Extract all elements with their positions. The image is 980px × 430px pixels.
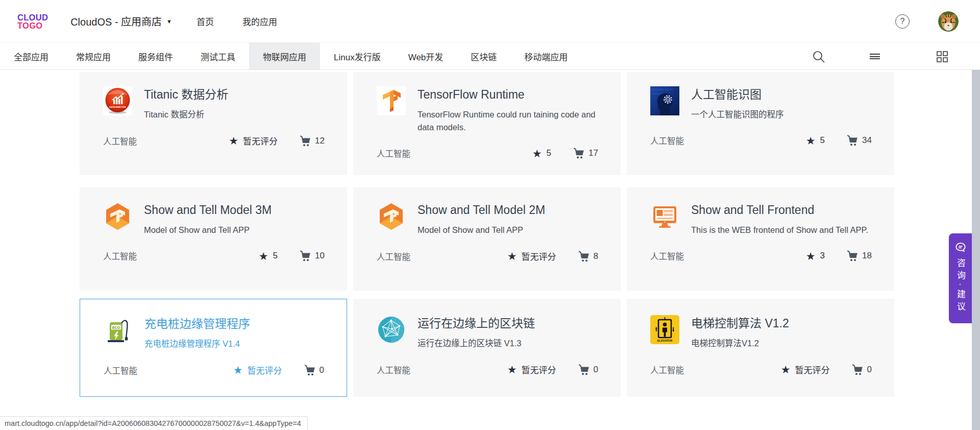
cart-icon xyxy=(299,135,311,147)
card-text: 运行在边缘上的区块链 运行在边缘上的区块链 V1.3 xyxy=(418,315,535,350)
elevator-icon: ELEVATOR xyxy=(650,315,679,344)
app-cart: 0 xyxy=(304,365,324,376)
card-main: 1 0 1 1 0 1 00 1 0 0 1 1 00 1 1 0 1 人工智能… xyxy=(650,86,872,121)
search-icon[interactable] xyxy=(808,43,829,70)
card-text: Titanic 数据分析 Titanic 数据分析 xyxy=(144,86,228,121)
card-main: ELEVATOR 电梯控制算法 V1.2 电梯控制算法V1.2 xyxy=(650,315,872,350)
app-title: TensorFlow Runtime xyxy=(418,87,598,102)
tensorflow-icon xyxy=(377,86,406,115)
app-category: 人工智能 xyxy=(104,364,233,376)
tab-mobile-apps[interactable]: 移动端应用 xyxy=(510,43,581,69)
card-text: Show and Tell Model 3M Model of Show and… xyxy=(144,202,272,236)
app-title: 人工智能识图 xyxy=(691,87,784,102)
app-title: Show and Tell Model 3M xyxy=(144,202,272,218)
app-card-edge-blockchain[interactable]: 运行在边缘上的区块链 运行在边缘上的区块链 V1.3 人工智能 ★暂无评分 0 xyxy=(353,299,621,397)
rating-value: 暂无评分 xyxy=(248,364,282,376)
scrollbar-thumb[interactable] xyxy=(972,70,980,430)
tab-web-dev[interactable]: Web开发 xyxy=(395,43,457,69)
app-rating: ★暂无评分 xyxy=(229,134,278,147)
tab-regular-apps[interactable]: 常规应用 xyxy=(62,43,125,69)
star-icon: ★ xyxy=(507,364,517,375)
app-title: Show and Tell Model 2M xyxy=(418,202,545,218)
card-row-1: DATA ANALYSIS Titanic 数据分析 Titanic 数据分析 … xyxy=(80,72,894,175)
app-category: 人工智能 xyxy=(103,135,229,147)
tab-service-components[interactable]: 服务组件 xyxy=(125,43,187,69)
svg-text:ELEVATOR: ELEVATOR xyxy=(657,339,673,342)
star-icon: ★ xyxy=(806,251,816,261)
app-card-ev-charger-manager[interactable]: ECO 充电桩边缘管理程序 充电桩边缘管理程序 V1.4 人工智能 ★暂无评分 xyxy=(80,299,347,397)
svg-text:ECO: ECO xyxy=(112,326,120,329)
chat-bubble-icon xyxy=(954,242,967,254)
card-text: 充电桩边缘管理程序 充电桩边缘管理程序 V1.4 xyxy=(144,316,250,350)
app-store-page: CLOUD TOGO CloudOS - 应用商店 ▼ 首页 我的应用 ? xyxy=(0,0,980,430)
cart-count: 17 xyxy=(589,148,598,158)
app-card-titanic[interactable]: DATA ANALYSIS Titanic 数据分析 Titanic 数据分析 … xyxy=(80,72,347,175)
app-rating: ★暂无评分 xyxy=(781,363,830,376)
cart-count: 18 xyxy=(862,251,872,261)
app-card-show-and-tell-model-3m[interactable]: Show and Tell Model 3M Model of Show and… xyxy=(80,187,347,291)
tab-all-apps[interactable]: 全部应用 xyxy=(0,43,62,69)
tensorflow-hexagon-icon xyxy=(377,202,406,231)
rating-value: 暂无评分 xyxy=(522,363,556,376)
ai-head-icon: 1 0 1 1 0 1 00 1 0 0 1 1 00 1 1 0 1 xyxy=(650,86,679,115)
nav-home[interactable]: 首页 xyxy=(197,15,214,28)
app-card-tensorflow-runtime[interactable]: TensorFlow Runtime TensorFlow Runtime co… xyxy=(353,72,621,175)
app-rating: ★5 xyxy=(532,148,551,159)
star-icon: ★ xyxy=(507,251,517,261)
cart-icon xyxy=(846,250,859,261)
category-tab-bar: 全部应用 常规应用 服务组件 测试工具 物联网应用 Linux发行版 Web开发… xyxy=(0,43,980,70)
app-card-show-and-tell-model-2m[interactable]: Show and Tell Model 2M Model of Show and… xyxy=(353,187,621,291)
cloudtogo-logo[interactable]: CLOUD TOGO xyxy=(17,13,48,30)
user-avatar[interactable] xyxy=(938,11,959,32)
rating-value: 5 xyxy=(273,251,278,261)
card-main: DATA ANALYSIS Titanic 数据分析 Titanic 数据分析 xyxy=(103,86,325,121)
app-rating: ★暂无评分 xyxy=(507,250,556,262)
top-nav: 首页 我的应用 xyxy=(172,15,277,28)
app-category: 人工智能 xyxy=(650,364,781,376)
card-main: Show and Tell Model 2M Model of Show and… xyxy=(377,202,598,236)
tab-test-tools[interactable]: 测试工具 xyxy=(187,43,249,69)
tab-blockchain[interactable]: 区块链 xyxy=(457,43,510,69)
vertical-scrollbar[interactable] xyxy=(972,70,980,430)
card-row-2: Show and Tell Model 3M Model of Show and… xyxy=(80,187,894,291)
app-description: Model of Show and Tell APP xyxy=(418,224,545,236)
card-footer: 人工智能 ★暂无评分 8 xyxy=(377,250,598,262)
app-cart: 8 xyxy=(578,251,598,262)
nav-my-apps[interactable]: 我的应用 xyxy=(242,15,277,28)
cart-icon xyxy=(573,148,585,159)
data-analysis-icon: DATA ANALYSIS xyxy=(103,86,132,115)
help-icon[interactable]: ? xyxy=(895,14,910,29)
monitor-icon xyxy=(650,202,679,231)
tab-iot-apps[interactable]: 物联网应用 xyxy=(249,43,320,69)
cart-count: 0 xyxy=(867,365,872,375)
ev-charger-icon: ECO xyxy=(104,316,133,345)
cart-count: 8 xyxy=(594,251,598,261)
app-card-show-and-tell-frontend[interactable]: Show and Tell Frontend This is the WEB f… xyxy=(627,187,894,291)
app-card-elevator-control[interactable]: ELEVATOR 电梯控制算法 V1.2 电梯控制算法V1.2 人工智能 ★暂无… xyxy=(627,299,894,397)
card-footer: 人工智能 ★暂无评分 0 xyxy=(650,363,872,376)
app-description: Titanic 数据分析 xyxy=(144,108,228,121)
grid-view-icon[interactable] xyxy=(932,43,952,70)
dropdown-caret-icon: ▼ xyxy=(166,18,172,25)
app-category: 人工智能 xyxy=(650,250,806,262)
app-card-ai-image-recognition[interactable]: 1 0 1 1 0 1 00 1 0 0 1 1 00 1 1 0 1 人工智能… xyxy=(627,72,894,175)
card-footer: 人工智能 ★5 34 xyxy=(650,134,872,147)
rating-value: 暂无评分 xyxy=(522,250,556,262)
card-footer: 人工智能 ★5 10 xyxy=(103,250,325,262)
list-view-icon[interactable] xyxy=(865,43,885,70)
svg-text:1 0 1 1 0 1 0: 1 0 1 1 0 1 0 xyxy=(652,88,664,91)
card-text: 电梯控制算法 V1.2 电梯控制算法V1.2 xyxy=(691,315,789,350)
app-title: 运行在边缘上的区块链 xyxy=(418,316,535,331)
card-footer: 人工智能 ★5 17 xyxy=(377,147,598,159)
app-rating: ★5 xyxy=(259,251,278,261)
tab-linux-distros[interactable]: Linux发行版 xyxy=(320,43,395,69)
app-description: 运行在边缘上的区块链 V1.3 xyxy=(418,337,535,350)
tiger-avatar-image xyxy=(938,11,959,32)
app-cart: 18 xyxy=(846,250,872,261)
app-category: 人工智能 xyxy=(377,364,507,376)
top-bar: CLOUD TOGO CloudOS - 应用商店 ▼ 首页 我的应用 ? xyxy=(0,0,980,43)
feedback-button[interactable]: 咨询·建议 xyxy=(949,233,972,323)
card-text: Show and Tell Frontend This is the WEB f… xyxy=(691,202,868,236)
app-rating: ★5 xyxy=(806,135,825,146)
app-title-dropdown[interactable]: CloudOS - 应用商店 ▼ xyxy=(70,14,172,29)
